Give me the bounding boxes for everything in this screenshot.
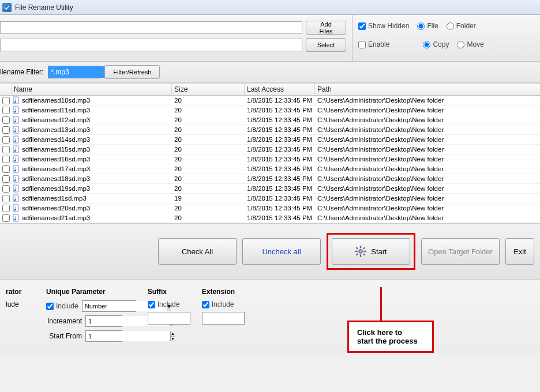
select-button[interactable]: Select — [306, 38, 346, 52]
row-name: sdfilenamesd10sd.mp3 — [22, 97, 90, 104]
increment-spinner[interactable]: ▲▼ — [85, 315, 122, 327]
row-path: C:\Users\Administrator\Desktop\New folde… — [315, 214, 540, 221]
folder-radio[interactable]: Folder — [447, 22, 476, 30]
row-checkbox[interactable] — [2, 146, 10, 153]
row-last-access: 1/8/2015 12:33:45 PM — [245, 205, 315, 212]
table-row[interactable]: sdfilenamesd10sd.mp3201/8/2015 12:33:45 … — [0, 96, 540, 105]
music-file-icon — [13, 155, 20, 163]
start-button[interactable]: Start — [332, 238, 410, 265]
row-name: sdfilenamesd16sd.mp3 — [22, 156, 90, 163]
select-path-input[interactable] — [0, 39, 302, 51]
row-checkbox[interactable] — [2, 214, 10, 222]
music-file-icon — [13, 184, 20, 193]
spinner-up-icon[interactable]: ▲ — [171, 331, 175, 337]
svg-rect-38 — [16, 216, 16, 220]
table-row[interactable]: sdfilenamesd21sd.mp3201/8/2015 12:33:45 … — [0, 213, 540, 223]
svg-rect-42 — [355, 251, 357, 252]
row-name: sdfilenamesd20sd.mp3 — [22, 205, 90, 212]
column-size[interactable]: Size — [172, 84, 245, 95]
svg-rect-43 — [364, 251, 366, 252]
row-checkbox[interactable] — [2, 205, 10, 212]
add-files-path-input[interactable] — [0, 21, 302, 34]
row-last-access: 1/8/2015 12:33:45 PM — [245, 116, 315, 123]
music-file-icon — [13, 116, 20, 124]
music-file-icon — [13, 194, 20, 202]
unique-include-checkbox[interactable]: Include — [46, 302, 78, 310]
row-checkbox[interactable] — [2, 165, 10, 173]
table-row[interactable]: sdfilenamesd14sd.mp3201/8/2015 12:33:45 … — [0, 135, 540, 145]
row-size: 20 — [172, 107, 245, 114]
check-all-button[interactable]: Check All — [158, 238, 237, 265]
start-from-spinner[interactable]: ▲▼ — [85, 330, 122, 342]
table-row[interactable]: sdfilenamesd19sd.mp3201/8/2015 12:33:45 … — [0, 184, 540, 194]
table-row[interactable]: sdfilenamesd18sd.mp3201/8/2015 12:33:45 … — [0, 174, 540, 184]
row-checkbox[interactable] — [2, 97, 10, 104]
file-radio[interactable]: File — [417, 22, 438, 30]
extension-include-checkbox[interactable]: Include — [202, 300, 234, 308]
svg-rect-8 — [16, 118, 16, 122]
suffix-input[interactable] — [148, 312, 190, 325]
uncheck-all-button[interactable]: Uncheck all — [242, 238, 321, 265]
row-last-access: 1/8/2015 12:33:45 PM — [245, 175, 315, 182]
music-file-icon — [13, 106, 20, 114]
add-files-button[interactable]: Add Files — [306, 21, 346, 35]
row-checkbox[interactable] — [2, 116, 10, 124]
suffix-group: Suffix Include — [148, 288, 190, 325]
row-name: sdfilenamesd13sd.mp3 — [22, 126, 90, 133]
unique-type-combo[interactable]: ▾ — [82, 300, 136, 312]
table-row[interactable]: sdfilenamesd16sd.mp3201/8/2015 12:33:45 … — [0, 154, 540, 164]
table-row[interactable]: sdfilenamesd13sd.mp3201/8/2015 12:33:45 … — [0, 125, 540, 135]
column-path[interactable]: Path — [315, 84, 540, 95]
music-file-icon — [13, 145, 20, 153]
spinner-down-icon[interactable]: ▼ — [171, 337, 175, 342]
window-title: File Rename Utility — [15, 3, 73, 12]
column-name[interactable]: Name — [12, 84, 172, 95]
table-row[interactable]: sdfilenamesd12sd.mp3201/8/2015 12:33:45 … — [0, 115, 540, 125]
row-name: sdfilenamesd11sd.mp3 — [22, 107, 90, 114]
table-row[interactable]: sdfilenamesd20sd.mp3201/8/2015 12:33:45 … — [0, 203, 540, 213]
enable-checkbox[interactable]: Enable — [358, 40, 389, 48]
table-row[interactable]: sdfilenamesd11sd.mp3201/8/2015 12:33:45 … — [0, 105, 540, 115]
callout-connector — [380, 287, 382, 321]
row-checkbox[interactable] — [2, 156, 10, 163]
filter-combo[interactable]: ▾ — [48, 66, 100, 78]
row-name: sdfilenamesd21sd.mp3 — [22, 214, 90, 221]
row-size: 20 — [172, 165, 245, 172]
row-checkbox[interactable] — [2, 195, 10, 202]
extension-input[interactable] — [202, 312, 245, 325]
row-size: 20 — [172, 136, 245, 143]
row-path: C:\Users\Administrator\Desktop\New folde… — [315, 195, 540, 202]
open-target-folder-button[interactable]: Open Target Folder — [421, 238, 500, 265]
column-last-access[interactable]: Last Access — [245, 84, 315, 95]
row-checkbox[interactable] — [2, 185, 10, 193]
show-hidden-checkbox[interactable]: Show Hidden — [358, 22, 409, 30]
gear-icon — [355, 246, 366, 257]
row-size: 20 — [172, 126, 245, 133]
copy-radio[interactable]: Copy — [423, 40, 449, 48]
svg-rect-45 — [363, 254, 366, 256]
row-last-access: 1/8/2015 12:33:45 PM — [245, 136, 315, 143]
row-size: 20 — [172, 116, 245, 123]
row-checkbox[interactable] — [2, 136, 10, 144]
svg-rect-46 — [356, 254, 358, 256]
row-size: 20 — [172, 205, 245, 212]
increment-label: Increament — [46, 317, 82, 325]
svg-rect-20 — [16, 157, 16, 161]
row-size: 20 — [172, 146, 245, 153]
row-checkbox[interactable] — [2, 175, 10, 183]
row-size: 19 — [172, 195, 245, 202]
row-checkbox[interactable] — [2, 126, 10, 134]
filter-refresh-button[interactable]: Filter/Refresh — [104, 65, 160, 79]
row-path: C:\Users\Administrator\Desktop\New folde… — [315, 146, 540, 153]
callout-box: Click here to start the process — [347, 321, 434, 353]
move-radio[interactable]: Move — [457, 40, 483, 48]
top-right-panel: Show Hidden File Folder Enable Copy Move — [352, 15, 540, 61]
table-row[interactable]: sdfilenamesd17sd.mp3201/8/2015 12:33:45 … — [0, 164, 540, 174]
row-last-access: 1/8/2015 12:33:45 PM — [245, 146, 315, 153]
table-row[interactable]: sdfilenamesd15sd.mp3201/8/2015 12:33:45 … — [0, 145, 540, 154]
exit-button[interactable]: Exit — [505, 238, 534, 265]
row-name: sdfilenamesd1sd.mp3 — [22, 195, 87, 202]
suffix-include-checkbox[interactable]: Include — [148, 300, 180, 308]
row-checkbox[interactable] — [2, 107, 10, 114]
table-row[interactable]: sdfilenamesd1sd.mp3191/8/2015 12:33:45 P… — [0, 194, 540, 203]
